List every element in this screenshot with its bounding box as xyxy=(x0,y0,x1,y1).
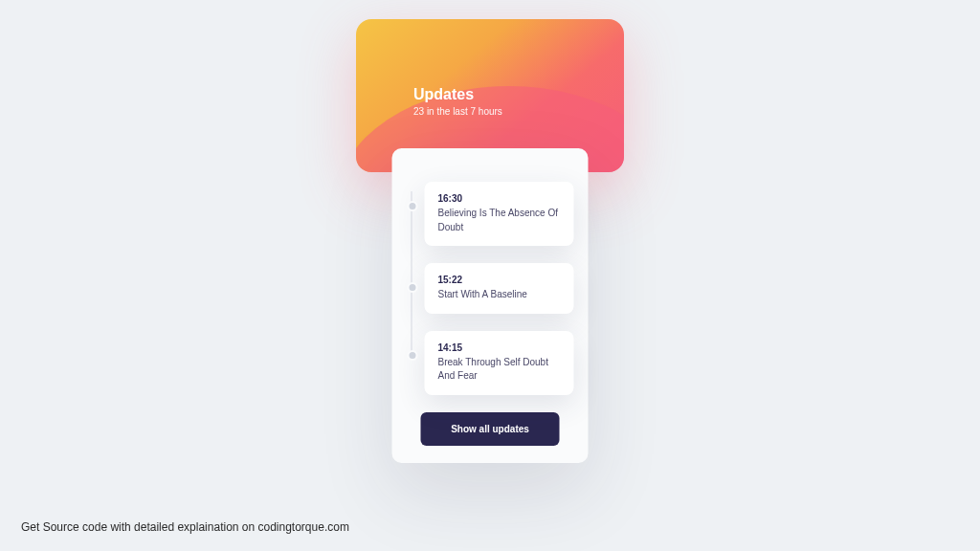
header-subtitle: 23 in the last 7 hours xyxy=(413,106,502,117)
timeline-line xyxy=(412,191,412,357)
timeline-dot-icon xyxy=(408,282,418,293)
timeline-item[interactable]: 14:15 Break Through Self Doubt And Fear xyxy=(413,331,574,395)
timeline-item[interactable]: 15:22 Start With A Baseline xyxy=(413,263,574,314)
timeline-time: 16:30 xyxy=(438,193,561,204)
timeline-text: Believing Is The Absence Of Doubt xyxy=(438,207,561,234)
timeline-time: 14:15 xyxy=(438,342,561,353)
footer-attribution: Get Source code with detailed explainati… xyxy=(21,520,349,534)
timeline-card: 14:15 Break Through Self Doubt And Fear xyxy=(425,331,574,395)
header-content: Updates 23 in the last 7 hours xyxy=(413,86,502,117)
timeline-text: Break Through Self Doubt And Fear xyxy=(438,356,561,384)
timeline-dot-icon xyxy=(408,350,418,361)
timeline-panel: 16:30 Believing Is The Absence Of Doubt … xyxy=(392,148,589,463)
timeline-card: 16:30 Believing Is The Absence Of Doubt xyxy=(425,182,574,246)
header-title: Updates xyxy=(413,86,502,103)
timeline: 16:30 Believing Is The Absence Of Doubt … xyxy=(392,182,589,395)
updates-widget: Updates 23 in the last 7 hours 16:30 Bel… xyxy=(356,19,624,172)
timeline-card: 15:22 Start With A Baseline xyxy=(425,263,574,314)
timeline-item[interactable]: 16:30 Believing Is The Absence Of Doubt xyxy=(413,182,574,246)
show-all-updates-button[interactable]: Show all updates xyxy=(421,412,560,446)
timeline-dot-icon xyxy=(408,201,418,211)
timeline-text: Start With A Baseline xyxy=(438,288,561,302)
timeline-time: 15:22 xyxy=(438,275,561,285)
